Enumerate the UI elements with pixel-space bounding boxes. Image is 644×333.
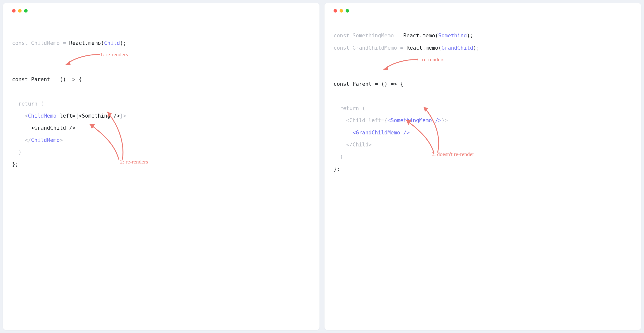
svg-marker-0 <box>66 61 71 65</box>
code-token: > <box>60 137 63 143</box>
arrow-2a-left <box>85 120 125 163</box>
annotation-1-left: 1: re-renders <box>100 48 128 61</box>
code-token: <SomethingMemo /> <box>388 117 441 123</box>
code-token: { <box>76 113 79 119</box>
code-window-left: const ChildMemo = React.memo(Child); con… <box>3 3 319 330</box>
code-token: Child <box>104 40 120 46</box>
code-token <box>334 130 353 136</box>
annotation-2-right: 2: doesn't re-render <box>431 148 474 161</box>
window-controls <box>334 9 632 13</box>
annotation-2-left: 2: re-renders <box>120 155 148 168</box>
arrow-2b-right <box>419 104 449 154</box>
code-token: const Parent = () => { <box>334 81 403 87</box>
code-token: ); <box>467 33 473 39</box>
code-token: left= <box>56 113 76 119</box>
code-token: const SomethingMemo = <box>334 33 403 39</box>
code-token: }; <box>12 161 18 167</box>
svg-marker-1 <box>90 124 95 129</box>
code-block-left: const ChildMemo = React.memo(Child); con… <box>12 25 310 279</box>
code-token: }; <box>334 166 340 172</box>
code-token: <Child left= <box>334 117 384 123</box>
code-token: { <box>384 117 388 123</box>
code-token: > <box>445 117 448 123</box>
close-icon <box>334 9 337 13</box>
code-token: React.memo( <box>403 33 438 39</box>
code-token: GrandChild <box>441 45 473 51</box>
code-token: React.memo( <box>407 45 441 51</box>
code-token: } <box>441 117 445 123</box>
code-window-right: const SomethingMemo = React.memo(Somethi… <box>325 3 641 330</box>
code-token: ); <box>473 45 479 51</box>
code-token: return ( <box>334 105 365 111</box>
code-token: const ChildMemo = <box>12 40 69 46</box>
code-token: <Something /> <box>79 113 120 119</box>
code-token: > <box>123 113 126 119</box>
code-token: < <box>12 113 28 119</box>
code-token: const Parent = () => { <box>12 76 82 82</box>
code-token: ChildMemo <box>28 113 56 119</box>
svg-marker-3 <box>384 66 388 70</box>
svg-marker-5 <box>424 107 428 112</box>
minimize-icon <box>340 9 343 13</box>
annotation-1-right: 1: re-renders <box>416 53 444 66</box>
window-controls <box>12 9 310 13</box>
code-token: ) <box>334 154 343 160</box>
code-token: return ( <box>12 101 44 107</box>
close-icon <box>12 9 16 13</box>
zoom-icon <box>346 9 349 13</box>
code-token: Something <box>438 33 467 39</box>
zoom-icon <box>24 9 28 13</box>
code-token: } <box>120 113 123 119</box>
code-token: <GrandChildMemo /> <box>353 130 410 136</box>
code-token: <GrandChild /> <box>12 125 76 131</box>
code-token: ChildMemo <box>31 137 60 143</box>
code-block-right: const SomethingMemo = React.memo(Somethi… <box>334 18 632 284</box>
code-token: </ <box>12 137 31 143</box>
code-token: ) <box>12 149 22 155</box>
code-token: const GrandChildMemo = <box>334 45 407 51</box>
code-token: </Child> <box>334 142 372 148</box>
minimize-icon <box>18 9 22 13</box>
arrow-1-right <box>380 57 420 75</box>
arrow-1-left <box>62 52 102 70</box>
code-token: React.memo( <box>69 40 104 46</box>
code-token: ); <box>120 40 126 46</box>
